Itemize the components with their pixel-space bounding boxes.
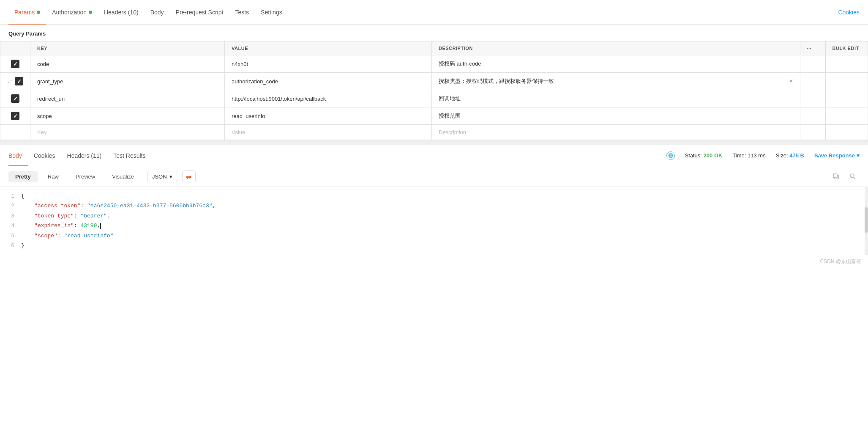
- row-value-scope[interactable]: read_userinfo: [225, 107, 432, 125]
- checkbox-container: [7, 94, 23, 103]
- tab-body[interactable]: Body: [145, 0, 170, 25]
- cookies-link[interactable]: Cookies: [838, 9, 860, 16]
- tab-headers[interactable]: Headers (10): [98, 0, 145, 25]
- svg-rect-1: [833, 174, 837, 178]
- search-button[interactable]: [846, 170, 860, 182]
- tab-authorization[interactable]: Authorization: [46, 0, 98, 25]
- row-check-cell: [0, 55, 30, 73]
- tab-tests[interactable]: Tests: [229, 0, 255, 25]
- copy-icon: [833, 173, 839, 180]
- row-key-grant-type[interactable]: grant_type: [30, 73, 225, 90]
- row-value-grant-type[interactable]: authorization_code: [225, 73, 432, 90]
- col-header-description: DESCRIPTION: [432, 41, 800, 55]
- checkbox-grant-type[interactable]: [15, 77, 23, 85]
- copy-button[interactable]: [829, 170, 843, 182]
- row-value-code[interactable]: n4xh0t: [225, 55, 432, 73]
- code-line-3: 3 "token_type": "bearer",: [0, 211, 868, 221]
- raw-button[interactable]: Raw: [41, 171, 66, 182]
- tab-settings[interactable]: Settings: [255, 0, 288, 25]
- row-bulk-scope: [825, 107, 868, 125]
- response-tab-bar: Body Cookies Headers (11) Test Results 🌐…: [0, 145, 868, 166]
- json-response-body: 1 { 2 "access_token": "ea6e2450-ea31-443…: [0, 187, 868, 255]
- status-area: 🌐 Status: 200 OK Time: 113 ms Size: 475 …: [666, 151, 860, 160]
- delete-icon[interactable]: ×: [789, 77, 793, 85]
- row-dots-grant-type: [800, 73, 825, 90]
- chevron-down-icon: ▾: [857, 152, 860, 159]
- key-placeholder: Key: [37, 129, 46, 135]
- checkbox-container: [7, 60, 23, 68]
- table-row-empty: Key Value Description: [0, 125, 868, 140]
- row-desc-code[interactable]: 授权码 auth-code: [432, 55, 800, 73]
- toolbar-right-actions: [829, 170, 860, 182]
- wrap-icon: ⇌: [186, 173, 191, 181]
- col-header-key: KEY: [30, 41, 225, 55]
- row-bulk-redirect-uri: [825, 90, 868, 107]
- visualize-button[interactable]: Visualize: [105, 171, 141, 182]
- value-placeholder: Value: [232, 129, 245, 135]
- row-check-cell: [0, 107, 30, 125]
- col-header-value: VALUE: [225, 41, 432, 55]
- col-header-dots: ···: [800, 41, 825, 55]
- search-icon: [849, 173, 856, 180]
- scrollbar-thumb[interactable]: [865, 207, 868, 233]
- row-key-code[interactable]: code: [30, 55, 225, 73]
- save-response-button[interactable]: Save Response ▾: [814, 152, 860, 159]
- authorization-dot: [89, 11, 92, 14]
- code-line-5: 5 "scope": "read_userinfo": [0, 231, 868, 241]
- row-check-cell: [0, 90, 30, 107]
- top-tab-bar: Params Authorization Headers (10) Body P…: [0, 0, 868, 25]
- row-dots-redirect-uri: [800, 90, 825, 107]
- empty-value-cell[interactable]: Value: [225, 125, 432, 140]
- empty-dots-cell: [800, 125, 825, 140]
- params-dot: [37, 11, 40, 14]
- code-line-6: 6 }: [0, 241, 868, 250]
- section-divider: [0, 140, 868, 145]
- table-row: code n4xh0t 授权码 auth-code: [0, 55, 868, 73]
- watermark: CSDN @东山富哥: [0, 255, 868, 269]
- tab-prerequest[interactable]: Pre-request Script: [170, 0, 229, 25]
- col-header-bulk-edit[interactable]: Bulk Edit: [825, 41, 868, 55]
- tab-response-body[interactable]: Body: [8, 145, 28, 166]
- size-label: Size: 475 B: [776, 152, 804, 159]
- checkbox-code[interactable]: [11, 60, 19, 68]
- row-desc-grant-type[interactable]: 授权类型：授权码模式，跟授权服务器保持一致 ×: [432, 73, 800, 90]
- tab-response-headers[interactable]: Headers (11): [61, 145, 108, 166]
- query-params-label: Query Params: [0, 25, 868, 41]
- description-placeholder: Description: [439, 129, 466, 135]
- params-table: KEY VALUE DESCRIPTION ··· Bulk Edit code…: [0, 41, 868, 140]
- table-row: ⇌ grant_type authorization_code 授权类型：授权码…: [0, 73, 868, 90]
- table-row: redirect_uri http://localhost:9001/token…: [0, 90, 868, 107]
- vertical-scrollbar[interactable]: [865, 187, 868, 255]
- row-key-scope[interactable]: scope: [30, 107, 225, 125]
- row-desc-redirect-uri[interactable]: 回调地址: [432, 90, 800, 107]
- empty-bulk-cell: [825, 125, 868, 140]
- wrap-lines-button[interactable]: ⇌: [182, 170, 196, 182]
- empty-desc-cell[interactable]: Description: [432, 125, 800, 140]
- params-table-section: KEY VALUE DESCRIPTION ··· Bulk Edit code…: [0, 41, 868, 140]
- json-chevron-icon: ▾: [169, 173, 172, 180]
- globe-icon: 🌐: [666, 151, 675, 160]
- empty-check-cell: [0, 125, 30, 140]
- code-line-2: 2 "access_token": "ea6e2450-ea31-4432-b3…: [0, 201, 868, 211]
- svg-point-2: [850, 174, 854, 178]
- row-desc-scope[interactable]: 授权范围: [432, 107, 800, 125]
- checkbox-scope[interactable]: [11, 112, 19, 120]
- table-row: scope read_userinfo 授权范围: [0, 107, 868, 125]
- row-value-redirect-uri[interactable]: http://localhost:9001/token/api/callback: [225, 90, 432, 107]
- tab-params[interactable]: Params: [8, 0, 46, 25]
- preview-button[interactable]: Preview: [69, 171, 102, 182]
- sort-icon: ⇌: [7, 78, 12, 85]
- row-check-cell: ⇌: [0, 73, 30, 90]
- code-line-1: 1 {: [0, 191, 868, 201]
- tab-response-cookies[interactable]: Cookies: [28, 145, 61, 166]
- row-key-redirect-uri[interactable]: redirect_uri: [30, 90, 225, 107]
- checkbox-container: ⇌: [7, 77, 23, 85]
- col-header-check: [0, 41, 30, 55]
- tab-response-test-results[interactable]: Test Results: [107, 145, 151, 166]
- format-toolbar: Pretty Raw Preview Visualize JSON ▾ ⇌: [0, 166, 868, 187]
- row-dots-code: [800, 55, 825, 73]
- json-format-selector[interactable]: JSON ▾: [147, 171, 177, 182]
- pretty-button[interactable]: Pretty: [8, 171, 38, 182]
- checkbox-redirect-uri[interactable]: [11, 94, 19, 103]
- empty-key-cell[interactable]: Key: [30, 125, 225, 140]
